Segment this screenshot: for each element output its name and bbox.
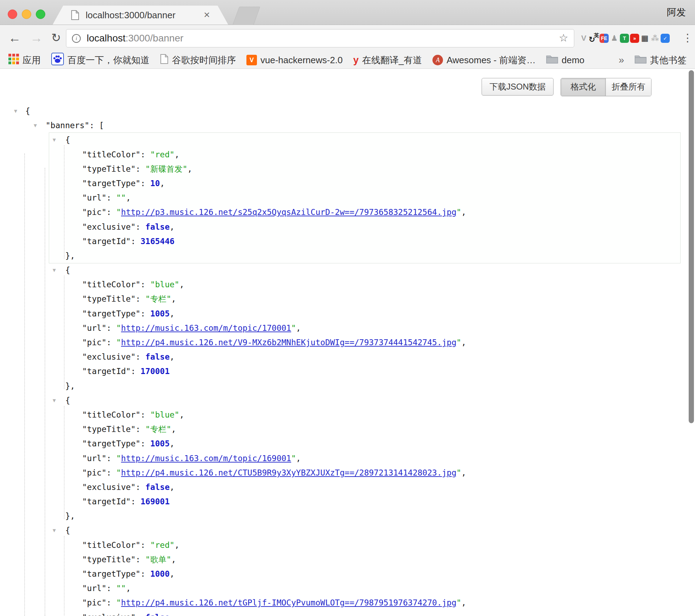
folder-icon (546, 54, 558, 64)
json-token: : (106, 584, 116, 593)
bookmark-label: Awesomes - 前端资… (446, 54, 536, 66)
browser-window: localhost:3000/banner × 阿发 ← → ↻ i local… (0, 0, 695, 616)
json-token: : (106, 598, 116, 607)
bookmark-label: 其他书签 (650, 54, 687, 66)
json-key: "pic" (82, 468, 106, 477)
security-shield-icon[interactable]: ✓ (661, 34, 670, 43)
page-icon (160, 54, 168, 64)
json-quote: " (456, 598, 461, 607)
site-info-icon[interactable]: i (72, 34, 81, 43)
json-token: , (461, 208, 466, 217)
json-token: , (171, 425, 176, 434)
json-link[interactable]: http://music.163.com/m/topic/170001 (121, 323, 291, 333)
json-quote: " (291, 454, 296, 463)
json-token: : (135, 613, 145, 616)
json-token: , (179, 280, 184, 289)
json-line: }, (49, 249, 680, 263)
profile-name[interactable]: 阿发 (667, 0, 686, 25)
json-line: "typeTitle": "新碟首发", (49, 162, 680, 176)
collapse-toggle-icon[interactable]: ▼ (53, 133, 56, 147)
tampermonkey-icon[interactable]: T (620, 34, 629, 43)
json-line: "targetId": 169001 (49, 494, 680, 509)
collapse-toggle-icon[interactable]: ▼ (53, 393, 56, 408)
json-quote: " (116, 193, 121, 202)
collapse-toggle-icon[interactable]: ▼ (53, 263, 56, 277)
json-token: , (170, 352, 174, 361)
json-key: "url" (82, 584, 106, 593)
bookmark-label: vue-hackernews-2.0 (260, 55, 343, 66)
bookmark-awesomes[interactable]: AAwesomes - 前端资… (432, 54, 536, 66)
forward-icon[interactable]: → (30, 25, 43, 52)
json-key: "typeTitle" (82, 555, 135, 564)
json-link[interactable]: http://p4.music.126.net/CTU5B9R9y3XyYBZX… (121, 468, 456, 477)
json-token: , (187, 164, 192, 173)
tab-close-icon[interactable]: × (204, 6, 210, 25)
vimium-icon[interactable]: V (579, 34, 588, 43)
bookmark-vue-hackernews[interactable]: Vvue-hackernews-2.0 (246, 55, 343, 66)
json-number: 1005 (150, 309, 170, 318)
baidu-icon (51, 53, 64, 68)
bookmark-letter-icon: y (353, 55, 359, 65)
view-toggle-group: 格式化 折叠所有 (561, 78, 651, 96)
youtube-icon[interactable]: » (630, 34, 639, 43)
bookmark-apps[interactable]: 应用 (8, 54, 41, 67)
download-json-button[interactable]: 下载JSON数据 (482, 78, 554, 96)
json-token: : (140, 439, 150, 448)
browser-tab[interactable]: localhost:3000/banner × (53, 6, 228, 25)
browser-menu-icon[interactable]: ⋮ (682, 25, 693, 52)
fe-icon[interactable]: FE (600, 34, 609, 43)
address-bar[interactable]: i localhost:3000/banner ☆ (66, 29, 574, 47)
indent-guide (24, 153, 25, 616)
bookmarks-overflow-icon[interactable]: » (618, 54, 624, 66)
json-token: , (179, 410, 184, 419)
bookmark-star-icon[interactable]: ☆ (559, 30, 568, 47)
window-zoom-button[interactable] (36, 9, 45, 19)
back-icon[interactable]: ← (8, 25, 21, 52)
bookmark-baidu[interactable]: 百度一下，你就知道 (51, 53, 150, 68)
new-tab-button[interactable] (233, 7, 260, 25)
bookmark-google-sort[interactable]: 谷歌按时间排序 (160, 54, 236, 67)
collapse-toggle-icon[interactable]: ▼ (53, 523, 56, 538)
json-quote: " (116, 468, 121, 477)
json-token: : (131, 237, 140, 246)
collapse-all-button[interactable]: 折叠所有 (606, 78, 651, 96)
user-icon[interactable]: ♟ (610, 34, 619, 43)
json-boolean: false (145, 352, 170, 361)
json-line: ▼{ (49, 263, 680, 277)
json-token: , (171, 294, 176, 303)
qr-code-icon[interactable]: ▦ (640, 34, 649, 43)
json-token: : (135, 425, 145, 434)
json-link[interactable]: http://p4.music.126.net/V9-MXz6b2MNhEKju… (121, 338, 456, 347)
window-minimize-button[interactable] (22, 9, 31, 19)
json-token: }, (65, 381, 75, 391)
json-quote: " (456, 468, 461, 477)
window-close-button[interactable] (8, 9, 17, 19)
json-quote: " (116, 338, 121, 347)
json-link[interactable]: http://music.163.com/m/topic/169001 (121, 454, 291, 463)
url-text[interactable]: localhost:3000/banner (87, 30, 184, 47)
bookmark-youdao[interactable]: y在线翻译_有道 (353, 54, 422, 66)
json-token: : (140, 150, 150, 159)
json-line: "targetType": 1000, (49, 567, 680, 581)
json-key: "typeTitle" (82, 294, 135, 303)
json-line: "typeTitle": "专栏", (49, 292, 680, 306)
json-line: "exclusive": false, (49, 610, 680, 616)
json-line: "exclusive": false, (49, 480, 680, 494)
format-button[interactable]: 格式化 (561, 78, 606, 96)
other-bookmarks-folder[interactable]: 其他书签 (635, 54, 687, 66)
json-key: "typeTitle" (82, 164, 135, 173)
json-link[interactable]: http://p4.music.126.net/tGPljf-IMOCyPvum… (121, 598, 456, 607)
json-key: "exclusive" (82, 222, 135, 231)
json-link[interactable]: http://p3.music.126.net/s25q2x5QyqsAzilC… (121, 208, 456, 217)
paw-icon[interactable]: ⁂ (650, 34, 660, 43)
translate-icon[interactable]: ↻英 (589, 34, 598, 43)
json-token: : (135, 555, 145, 564)
reload-icon[interactable]: ↻ (51, 25, 61, 52)
apps-icon (8, 54, 19, 67)
collapse-toggle-icon[interactable]: ▼ (14, 104, 17, 118)
collapse-toggle-icon[interactable]: ▼ (34, 118, 37, 133)
scrollbar-thumb[interactable] (689, 70, 694, 423)
json-token: , (171, 555, 176, 564)
bookmark-demo[interactable]: demo (546, 54, 584, 66)
json-token: , (296, 323, 301, 333)
